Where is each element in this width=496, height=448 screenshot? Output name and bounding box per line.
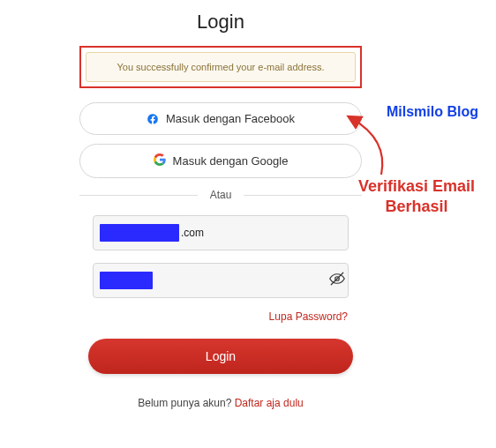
password-redaction [100, 272, 153, 289]
login-panel: Login You successfully confirmed your e-… [79, 0, 362, 409]
success-alert-highlight: You successfully confirmed your e-mail a… [79, 46, 362, 88]
divider-text: Atau [198, 189, 244, 201]
signup-prompt: Belum punya akun? [138, 397, 234, 409]
email-redaction [100, 224, 179, 242]
annotation-verify-line1: Verifikasi Email [358, 177, 475, 195]
email-suffix: .com [181, 227, 204, 239]
divider-line-right [244, 195, 362, 196]
annotation-blog-label: Milsmilo Blog [387, 104, 478, 120]
forgot-password-link[interactable]: Lupa Password? [79, 310, 348, 323]
email-wrapper: .com [93, 215, 349, 250]
annotation-verify-label: Verifikasi Email Berhasil [358, 176, 475, 216]
login-button[interactable]: Login [88, 339, 353, 374]
divider: Atau [79, 189, 362, 201]
facebook-login-button[interactable]: Masuk dengan Facebook [79, 102, 362, 135]
google-icon [154, 153, 166, 168]
password-wrapper [93, 263, 349, 298]
toggle-password-icon[interactable] [329, 271, 345, 290]
google-login-label: Masuk dengan Google [173, 154, 289, 168]
facebook-icon [147, 113, 159, 125]
success-alert: You successfully confirmed your e-mail a… [86, 52, 356, 82]
page-title: Login [79, 11, 362, 34]
divider-line-left [79, 195, 198, 196]
facebook-login-label: Masuk dengan Facebook [166, 112, 295, 125]
google-login-button[interactable]: Masuk dengan Google [79, 144, 362, 178]
signup-row: Belum punya akun? Daftar aja dulu [79, 397, 362, 409]
signup-link[interactable]: Daftar aja dulu [235, 397, 304, 409]
annotation-verify-line2: Berhasil [386, 198, 448, 215]
